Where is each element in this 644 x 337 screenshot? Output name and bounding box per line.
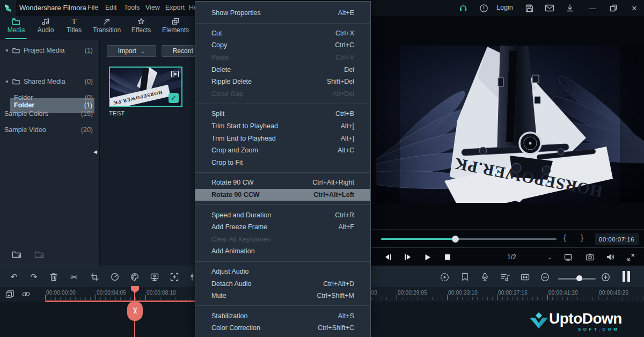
- menu-item-detach-audio[interactable]: Detach AudioCtrl+Alt+D: [195, 277, 370, 290]
- next-frame-button[interactable]: [403, 252, 413, 262]
- save-icon[interactable]: [524, 3, 535, 13]
- menu-item-trim-end[interactable]: Trim End to PlayheadAlt+]: [195, 132, 370, 144]
- menu-item-color-correction[interactable]: Color CorrectionCtrl+Shift+C: [195, 322, 370, 334]
- menu-item-delete[interactable]: DeleteDel: [195, 63, 370, 76]
- voiceover-mic-icon[interactable]: [480, 272, 489, 282]
- timeline-zoom-slider-handle[interactable]: [576, 275, 582, 281]
- zoom-out-icon[interactable]: [540, 272, 550, 282]
- link-icon[interactable]: [21, 290, 31, 298]
- menu-item-rotate-90-cw[interactable]: Rotate 90 CWCtrl+Alt+Right: [195, 177, 370, 189]
- preview-zoom-select[interactable]: 1/2 ⌄: [507, 252, 555, 262]
- stop-button[interactable]: [443, 252, 452, 262]
- tab-elements[interactable]: Elements: [160, 18, 191, 39]
- thumbnail-image: HORSEPOWER.PK ✓: [110, 68, 181, 106]
- caret-down-icon[interactable]: ▼: [5, 48, 9, 53]
- undo-icon[interactable]: ↶: [9, 272, 19, 282]
- render-preview-icon[interactable]: [440, 272, 449, 282]
- download-icon[interactable]: [565, 3, 575, 13]
- menu-tools[interactable]: Tools: [124, 4, 140, 11]
- menu-item-add-animation[interactable]: Add Animation: [195, 245, 370, 258]
- delete-folder-icon[interactable]: [34, 250, 44, 258]
- menu-separator: [195, 261, 370, 262]
- menu-item-show-properties[interactable]: Show PropertiesAlt+E: [195, 7, 370, 19]
- mark-out-button[interactable]: }: [581, 233, 583, 242]
- sidebar-item-shared-folder[interactable]: Folder (0): [0, 90, 99, 105]
- support-headset-icon[interactable]: [458, 3, 469, 13]
- restore-button[interactable]: [608, 3, 619, 13]
- tab-audio[interactable]: Audio: [31, 18, 61, 39]
- menu-item-split[interactable]: SplitCtrl+B: [195, 108, 370, 120]
- close-button[interactable]: ✕: [629, 3, 640, 13]
- sidebar-group-project-media[interactable]: ▼ Project Media (1): [0, 43, 99, 58]
- tab-transition-label: Transition: [93, 26, 121, 34]
- zoom-to-fit-icon[interactable]: [520, 272, 530, 282]
- sidebar-footer: [0, 246, 99, 266]
- sidebar-group-shared-media[interactable]: ▼ Shared Media (0): [0, 74, 99, 89]
- dual-monitor-icon[interactable]: [564, 252, 573, 262]
- redo-icon[interactable]: ↷: [29, 272, 39, 282]
- mail-icon[interactable]: [544, 3, 555, 13]
- play-button[interactable]: [423, 252, 433, 262]
- snapshot-camera-icon[interactable]: [585, 252, 595, 262]
- audio-sync-icon[interactable]: [500, 272, 510, 282]
- menu-item-adjust-audio[interactable]: Adjust Audio: [195, 266, 370, 278]
- info-icon[interactable]: [478, 3, 489, 13]
- sidebar-item-sample-video[interactable]: Sample Video (20): [0, 122, 99, 137]
- add-folder-icon[interactable]: [12, 250, 21, 258]
- menu-view[interactable]: View: [145, 4, 160, 11]
- playhead-split-button[interactable]: ✂: [127, 301, 143, 321]
- item-count: (0): [85, 78, 93, 85]
- sidebar-item-sample-colors[interactable]: Sample Colors (15): [0, 106, 99, 121]
- menu-export[interactable]: Export: [165, 4, 185, 11]
- menu-item-trim-start[interactable]: Trim Start to PlayheadAlt+[: [195, 120, 370, 133]
- caret-down-icon[interactable]: ▼: [5, 79, 9, 84]
- menu-item-crop-and-zoom[interactable]: Crop and ZoomAlt+C: [195, 144, 370, 157]
- tab-effects[interactable]: Effects: [126, 18, 156, 39]
- menu-item-stabilization[interactable]: StabilizationAlt+S: [195, 310, 370, 322]
- menu-separator: [195, 204, 370, 205]
- menu-item-mute[interactable]: MuteCtrl+Shift+M: [195, 290, 370, 302]
- volume-icon[interactable]: [605, 252, 615, 262]
- mark-in-button[interactable]: {: [564, 233, 566, 242]
- collapse-sidebar-arrow[interactable]: ◀: [93, 149, 97, 155]
- minimize-button[interactable]: —: [587, 3, 598, 13]
- menu-item-cut[interactable]: CutCtrl+X: [195, 27, 370, 40]
- track-pause-bar: [623, 271, 625, 282]
- split-scissors-icon[interactable]: ✂: [69, 272, 79, 282]
- zoom-in-icon[interactable]: [601, 272, 610, 282]
- menu-item-ripple-delete[interactable]: Ripple DeleteShift+Del: [195, 76, 370, 88]
- import-button[interactable]: Import ⌄: [107, 45, 156, 57]
- tab-transition[interactable]: Transition: [92, 18, 122, 39]
- tab-titles-label: Titles: [67, 26, 82, 34]
- video-preview[interactable]: HORSEPOWER.PK: [376, 46, 644, 203]
- menu-item-add-freeze-frame[interactable]: Add Freeze FrameAlt+F: [195, 221, 370, 233]
- duplicate-track-icon[interactable]: [5, 290, 14, 298]
- track-pause-bar: [627, 271, 630, 282]
- marker-icon[interactable]: [460, 272, 470, 282]
- tab-titles[interactable]: T Titles: [59, 18, 89, 39]
- menu-item-crop-to-fit[interactable]: Crop to Fit: [195, 157, 370, 169]
- seek-handle[interactable]: [452, 236, 459, 243]
- tab-effects-label: Effects: [131, 26, 151, 34]
- selected-check-badge[interactable]: ✓: [169, 93, 179, 103]
- menu-file[interactable]: File: [87, 4, 98, 11]
- uptodown-logo-text: UptoDown: [549, 310, 622, 327]
- seek-bar[interactable]: [381, 238, 557, 240]
- delete-icon[interactable]: [49, 272, 58, 282]
- login-button[interactable]: Login: [496, 4, 513, 11]
- menu-item-copy[interactable]: CopyCtrl+C: [195, 39, 370, 52]
- keyframe-icon[interactable]: [170, 272, 179, 282]
- tab-media[interactable]: Media: [1, 18, 31, 39]
- previous-frame-button[interactable]: [383, 252, 393, 262]
- menu-item-speed-and-duration[interactable]: Speed and DurationCtrl+R: [195, 209, 370, 221]
- color-palette-icon[interactable]: [130, 272, 140, 282]
- media-clip-thumbnail[interactable]: HORSEPOWER.PK ✓: [109, 67, 182, 107]
- menu-edit[interactable]: Edit: [105, 4, 117, 11]
- item-count: (15): [81, 110, 93, 118]
- video-clip-icon: [171, 70, 179, 78]
- speed-gauge-icon[interactable]: [110, 272, 120, 282]
- fullscreen-icon[interactable]: [626, 252, 635, 262]
- crop-icon[interactable]: [90, 272, 99, 282]
- motion-tracking-icon[interactable]: [150, 272, 159, 282]
- menu-item-rotate-90-ccw[interactable]: Rotate 90 CCWCtrl+Alt+Left: [195, 189, 370, 201]
